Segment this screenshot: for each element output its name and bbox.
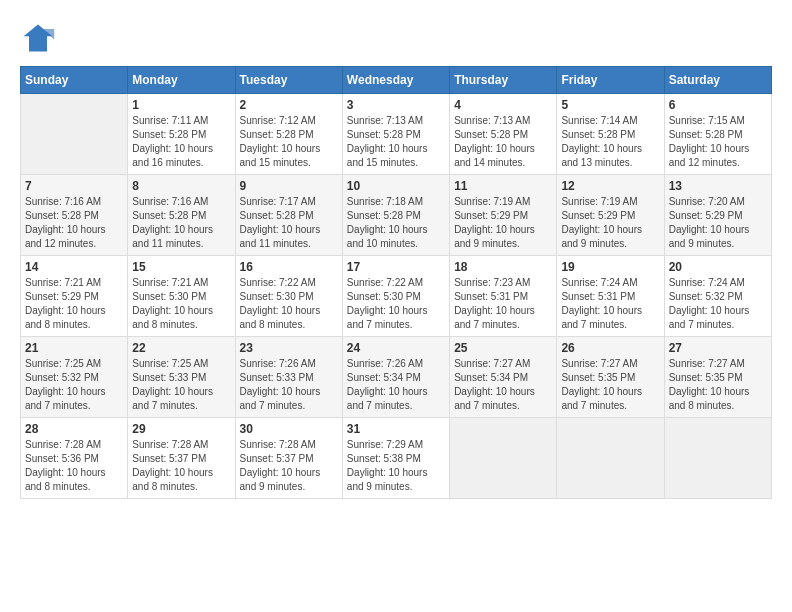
day-info: Sunrise: 7:27 AM Sunset: 5:34 PM Dayligh… xyxy=(454,357,552,413)
day-of-week-monday: Monday xyxy=(128,67,235,94)
day-info: Sunrise: 7:13 AM Sunset: 5:28 PM Dayligh… xyxy=(347,114,445,170)
day-info: Sunrise: 7:29 AM Sunset: 5:38 PM Dayligh… xyxy=(347,438,445,494)
day-of-week-tuesday: Tuesday xyxy=(235,67,342,94)
day-info: Sunrise: 7:23 AM Sunset: 5:31 PM Dayligh… xyxy=(454,276,552,332)
day-info: Sunrise: 7:27 AM Sunset: 5:35 PM Dayligh… xyxy=(669,357,767,413)
day-number: 2 xyxy=(240,98,338,112)
calendar-cell: 9Sunrise: 7:17 AM Sunset: 5:28 PM Daylig… xyxy=(235,175,342,256)
calendar-cell: 15Sunrise: 7:21 AM Sunset: 5:30 PM Dayli… xyxy=(128,256,235,337)
svg-marker-0 xyxy=(24,25,53,52)
day-of-week-saturday: Saturday xyxy=(664,67,771,94)
calendar-cell: 22Sunrise: 7:25 AM Sunset: 5:33 PM Dayli… xyxy=(128,337,235,418)
day-number: 29 xyxy=(132,422,230,436)
week-row-4: 21Sunrise: 7:25 AM Sunset: 5:32 PM Dayli… xyxy=(21,337,772,418)
day-info: Sunrise: 7:16 AM Sunset: 5:28 PM Dayligh… xyxy=(132,195,230,251)
calendar-cell: 13Sunrise: 7:20 AM Sunset: 5:29 PM Dayli… xyxy=(664,175,771,256)
day-number: 19 xyxy=(561,260,659,274)
day-info: Sunrise: 7:19 AM Sunset: 5:29 PM Dayligh… xyxy=(561,195,659,251)
day-number: 5 xyxy=(561,98,659,112)
day-number: 16 xyxy=(240,260,338,274)
calendar-cell: 5Sunrise: 7:14 AM Sunset: 5:28 PM Daylig… xyxy=(557,94,664,175)
day-of-week-sunday: Sunday xyxy=(21,67,128,94)
day-of-week-friday: Friday xyxy=(557,67,664,94)
day-info: Sunrise: 7:26 AM Sunset: 5:33 PM Dayligh… xyxy=(240,357,338,413)
day-number: 20 xyxy=(669,260,767,274)
week-row-3: 14Sunrise: 7:21 AM Sunset: 5:29 PM Dayli… xyxy=(21,256,772,337)
day-number: 15 xyxy=(132,260,230,274)
day-number: 24 xyxy=(347,341,445,355)
day-info: Sunrise: 7:15 AM Sunset: 5:28 PM Dayligh… xyxy=(669,114,767,170)
day-number: 9 xyxy=(240,179,338,193)
days-of-week-row: SundayMondayTuesdayWednesdayThursdayFrid… xyxy=(21,67,772,94)
calendar-cell: 6Sunrise: 7:15 AM Sunset: 5:28 PM Daylig… xyxy=(664,94,771,175)
calendar-cell: 16Sunrise: 7:22 AM Sunset: 5:30 PM Dayli… xyxy=(235,256,342,337)
day-number: 6 xyxy=(669,98,767,112)
calendar-cell: 29Sunrise: 7:28 AM Sunset: 5:37 PM Dayli… xyxy=(128,418,235,499)
calendar-cell: 31Sunrise: 7:29 AM Sunset: 5:38 PM Dayli… xyxy=(342,418,449,499)
day-number: 13 xyxy=(669,179,767,193)
day-info: Sunrise: 7:21 AM Sunset: 5:30 PM Dayligh… xyxy=(132,276,230,332)
day-number: 30 xyxy=(240,422,338,436)
calendar-cell: 8Sunrise: 7:16 AM Sunset: 5:28 PM Daylig… xyxy=(128,175,235,256)
calendar-cell: 24Sunrise: 7:26 AM Sunset: 5:34 PM Dayli… xyxy=(342,337,449,418)
day-info: Sunrise: 7:17 AM Sunset: 5:28 PM Dayligh… xyxy=(240,195,338,251)
day-number: 7 xyxy=(25,179,123,193)
day-of-week-thursday: Thursday xyxy=(450,67,557,94)
day-number: 28 xyxy=(25,422,123,436)
day-info: Sunrise: 7:21 AM Sunset: 5:29 PM Dayligh… xyxy=(25,276,123,332)
calendar-table: SundayMondayTuesdayWednesdayThursdayFrid… xyxy=(20,66,772,499)
day-info: Sunrise: 7:24 AM Sunset: 5:31 PM Dayligh… xyxy=(561,276,659,332)
day-number: 22 xyxy=(132,341,230,355)
calendar-cell: 12Sunrise: 7:19 AM Sunset: 5:29 PM Dayli… xyxy=(557,175,664,256)
day-info: Sunrise: 7:25 AM Sunset: 5:32 PM Dayligh… xyxy=(25,357,123,413)
calendar-cell: 4Sunrise: 7:13 AM Sunset: 5:28 PM Daylig… xyxy=(450,94,557,175)
calendar-cell: 10Sunrise: 7:18 AM Sunset: 5:28 PM Dayli… xyxy=(342,175,449,256)
calendar-cell xyxy=(664,418,771,499)
calendar-cell: 1Sunrise: 7:11 AM Sunset: 5:28 PM Daylig… xyxy=(128,94,235,175)
day-number: 26 xyxy=(561,341,659,355)
day-info: Sunrise: 7:20 AM Sunset: 5:29 PM Dayligh… xyxy=(669,195,767,251)
day-number: 17 xyxy=(347,260,445,274)
day-number: 27 xyxy=(669,341,767,355)
day-number: 8 xyxy=(132,179,230,193)
day-info: Sunrise: 7:16 AM Sunset: 5:28 PM Dayligh… xyxy=(25,195,123,251)
page-header xyxy=(20,20,772,56)
day-info: Sunrise: 7:11 AM Sunset: 5:28 PM Dayligh… xyxy=(132,114,230,170)
calendar-cell: 26Sunrise: 7:27 AM Sunset: 5:35 PM Dayli… xyxy=(557,337,664,418)
day-number: 10 xyxy=(347,179,445,193)
day-info: Sunrise: 7:12 AM Sunset: 5:28 PM Dayligh… xyxy=(240,114,338,170)
week-row-5: 28Sunrise: 7:28 AM Sunset: 5:36 PM Dayli… xyxy=(21,418,772,499)
day-info: Sunrise: 7:27 AM Sunset: 5:35 PM Dayligh… xyxy=(561,357,659,413)
calendar-cell: 25Sunrise: 7:27 AM Sunset: 5:34 PM Dayli… xyxy=(450,337,557,418)
day-info: Sunrise: 7:14 AM Sunset: 5:28 PM Dayligh… xyxy=(561,114,659,170)
day-info: Sunrise: 7:13 AM Sunset: 5:28 PM Dayligh… xyxy=(454,114,552,170)
day-number: 23 xyxy=(240,341,338,355)
day-info: Sunrise: 7:22 AM Sunset: 5:30 PM Dayligh… xyxy=(240,276,338,332)
calendar-cell: 30Sunrise: 7:28 AM Sunset: 5:37 PM Dayli… xyxy=(235,418,342,499)
day-number: 31 xyxy=(347,422,445,436)
logo xyxy=(20,20,62,56)
day-info: Sunrise: 7:24 AM Sunset: 5:32 PM Dayligh… xyxy=(669,276,767,332)
day-number: 1 xyxy=(132,98,230,112)
day-info: Sunrise: 7:28 AM Sunset: 5:36 PM Dayligh… xyxy=(25,438,123,494)
day-info: Sunrise: 7:26 AM Sunset: 5:34 PM Dayligh… xyxy=(347,357,445,413)
day-number: 3 xyxy=(347,98,445,112)
calendar-cell xyxy=(557,418,664,499)
calendar-body: 1Sunrise: 7:11 AM Sunset: 5:28 PM Daylig… xyxy=(21,94,772,499)
calendar-cell: 21Sunrise: 7:25 AM Sunset: 5:32 PM Dayli… xyxy=(21,337,128,418)
day-number: 14 xyxy=(25,260,123,274)
calendar-cell: 7Sunrise: 7:16 AM Sunset: 5:28 PM Daylig… xyxy=(21,175,128,256)
day-number: 11 xyxy=(454,179,552,193)
day-number: 12 xyxy=(561,179,659,193)
logo-icon xyxy=(20,20,56,56)
week-row-1: 1Sunrise: 7:11 AM Sunset: 5:28 PM Daylig… xyxy=(21,94,772,175)
calendar-cell xyxy=(21,94,128,175)
calendar-cell: 2Sunrise: 7:12 AM Sunset: 5:28 PM Daylig… xyxy=(235,94,342,175)
calendar-cell: 11Sunrise: 7:19 AM Sunset: 5:29 PM Dayli… xyxy=(450,175,557,256)
calendar-cell: 14Sunrise: 7:21 AM Sunset: 5:29 PM Dayli… xyxy=(21,256,128,337)
calendar-header: SundayMondayTuesdayWednesdayThursdayFrid… xyxy=(21,67,772,94)
day-info: Sunrise: 7:28 AM Sunset: 5:37 PM Dayligh… xyxy=(132,438,230,494)
calendar-cell xyxy=(450,418,557,499)
day-info: Sunrise: 7:19 AM Sunset: 5:29 PM Dayligh… xyxy=(454,195,552,251)
calendar-cell: 19Sunrise: 7:24 AM Sunset: 5:31 PM Dayli… xyxy=(557,256,664,337)
